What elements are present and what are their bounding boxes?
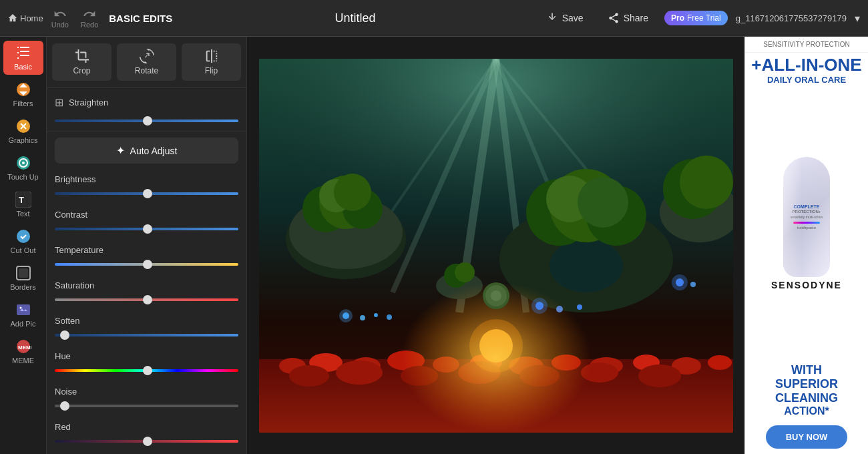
- svg-point-72: [374, 313, 378, 317]
- noise-slider[interactable]: [55, 401, 238, 411]
- svg-rect-64: [259, 59, 733, 433]
- share-button[interactable]: Share: [600, 8, 656, 28]
- noise-thumb[interactable]: [60, 401, 69, 411]
- sidebar-item-cutout-label: Cut Out: [11, 246, 36, 254]
- tools-sidebar: Basic Filters Graphics Touch Up T Text C…: [0, 37, 47, 454]
- svg-point-76: [690, 282, 696, 287]
- sidebar-item-borders-label: Borders: [10, 283, 36, 291]
- edit-panel: Crop Rotate Flip ⊞ Straighten: [47, 37, 247, 454]
- sidebar-item-graphics-label: Graphics: [8, 136, 37, 144]
- temperature-slider[interactable]: [55, 259, 238, 270]
- sidebar-item-touchup-label: Touch Up: [7, 173, 38, 181]
- svg-point-66: [531, 298, 548, 314]
- sidebar-item-cutout[interactable]: Cut Out: [3, 224, 43, 258]
- straighten-icon: ⊞: [55, 96, 63, 109]
- product-image: COMPLETE PROTECTION+ sensitivity multi-a…: [783, 157, 830, 277]
- home-button[interactable]: Home: [8, 13, 43, 23]
- sidebar-item-touchup[interactable]: Touch Up: [3, 151, 43, 185]
- sliders-container: Brightness Contrast Temperature: [47, 169, 246, 454]
- temperature-group: Temperature: [55, 245, 238, 270]
- saturation-slider[interactable]: [55, 294, 238, 305]
- svg-point-73: [387, 314, 392, 320]
- red-thumb[interactable]: [143, 437, 152, 446]
- redo-label: Redo: [81, 21, 98, 29]
- soften-slider[interactable]: [55, 330, 238, 340]
- noise-label: Noise: [55, 387, 238, 397]
- free-trial-label: Free Trial: [687, 13, 721, 23]
- hue-group: Hue: [55, 351, 238, 376]
- sidebar-item-borders[interactable]: Borders: [3, 261, 43, 295]
- svg-point-11: [19, 307, 21, 309]
- ad-sensitivity-text: SENSITIVITY PROTECTION: [750, 41, 863, 48]
- redo-button[interactable]: Redo: [81, 7, 98, 29]
- brightness-group: Brightness: [55, 174, 238, 199]
- sidebar-item-basic[interactable]: Basic: [3, 41, 43, 75]
- contrast-thumb[interactable]: [143, 224, 152, 234]
- canvas-area: [247, 37, 744, 454]
- red-group: Red: [55, 422, 238, 447]
- header: Home Undo Redo BASIC EDITS Untitled Save…: [0, 0, 868, 37]
- undo-button[interactable]: Undo: [51, 7, 69, 29]
- rotate-label: Rotate: [135, 66, 158, 75]
- red-slider[interactable]: [55, 436, 238, 447]
- page-title: Untitled: [335, 11, 376, 25]
- auto-adjust-icon: ✦: [116, 144, 125, 157]
- soften-label: Soften: [55, 316, 238, 326]
- straighten-label: Straighten: [69, 97, 108, 107]
- ad-buy-now-button[interactable]: BUY NOW: [766, 425, 848, 449]
- saturation-thumb[interactable]: [143, 295, 152, 304]
- brightness-thumb[interactable]: [143, 189, 152, 198]
- saturation-group: Saturation: [55, 280, 238, 305]
- temperature-label: Temperature: [55, 245, 238, 255]
- svg-rect-9: [19, 268, 28, 278]
- sidebar-item-addpic-label: Add Pic: [11, 320, 36, 328]
- sidebar-item-meme-label: MEME: [12, 357, 34, 365]
- sidebar-item-graphics[interactable]: Graphics: [3, 114, 43, 148]
- crop-button[interactable]: Crop: [52, 43, 112, 81]
- straighten-slider[interactable]: [55, 116, 238, 126]
- red-label: Red: [55, 422, 238, 432]
- sidebar-item-filters-label: Filters: [13, 99, 33, 107]
- hue-thumb[interactable]: [143, 366, 152, 375]
- flip-button[interactable]: Flip: [182, 43, 241, 81]
- ad-superior-text: SUPERIOR: [750, 377, 863, 391]
- contrast-slider[interactable]: [55, 224, 238, 234]
- svg-point-68: [577, 304, 582, 310]
- pro-label: Pro: [671, 13, 684, 23]
- svg-point-71: [360, 315, 365, 320]
- saturation-label: Saturation: [55, 280, 238, 290]
- ad-daily-text: DAILY ORAL CARE: [750, 75, 863, 85]
- svg-point-67: [556, 306, 563, 312]
- straighten-thumb[interactable]: [143, 116, 152, 126]
- sidebar-item-addpic[interactable]: Add Pic: [3, 298, 43, 332]
- svg-rect-10: [17, 304, 30, 315]
- svg-point-70: [339, 309, 353, 322]
- chevron-down-icon[interactable]: ▾: [855, 12, 860, 25]
- svg-point-75: [672, 274, 688, 290]
- soften-thumb[interactable]: [60, 330, 69, 340]
- auto-adjust-button[interactable]: ✦ Auto Adjust: [55, 138, 238, 164]
- brightness-label: Brightness: [55, 174, 238, 184]
- home-label: Home: [20, 13, 43, 23]
- svg-point-79: [491, 290, 501, 301]
- soften-group: Soften: [55, 316, 238, 340]
- sidebar-item-meme[interactable]: MEME MEME: [3, 334, 43, 369]
- ad-plus-text: +ALL-IN-ONE: [750, 55, 863, 75]
- save-button[interactable]: Save: [538, 8, 592, 28]
- user-id: g_116712061775537279179: [736, 13, 847, 23]
- brightness-slider[interactable]: [55, 188, 238, 199]
- svg-point-4: [22, 162, 25, 164]
- hue-slider[interactable]: [55, 365, 238, 376]
- main-layout: Basic Filters Graphics Touch Up T Text C…: [0, 37, 868, 454]
- ad-action-text: ACTION*: [750, 405, 863, 417]
- rotate-button[interactable]: Rotate: [117, 43, 176, 81]
- svg-text:MEME: MEME: [18, 345, 31, 351]
- sidebar-item-text[interactable]: T Text: [3, 188, 43, 222]
- ad-with-text: WITH: [750, 363, 863, 377]
- basic-edits-label: BASIC EDITS: [109, 13, 172, 24]
- pro-badge: Pro Free Trial: [664, 11, 728, 25]
- svg-text:T: T: [19, 195, 24, 205]
- ad-cleaning-text: CLEANING: [750, 391, 863, 405]
- sidebar-item-filters[interactable]: Filters: [3, 77, 43, 111]
- temperature-thumb[interactable]: [143, 260, 152, 269]
